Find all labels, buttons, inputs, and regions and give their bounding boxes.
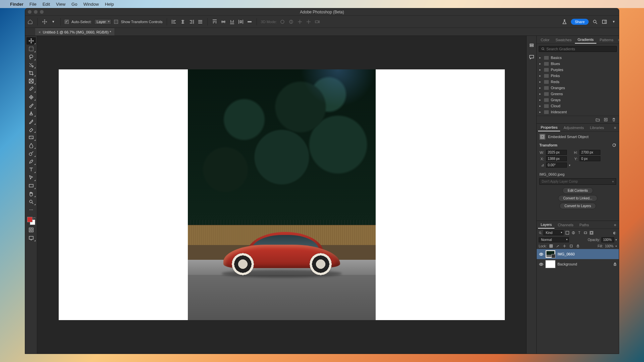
blur-tool[interactable]: [26, 142, 36, 149]
distribute-spacing-icon[interactable]: [238, 19, 244, 25]
gradient-tool[interactable]: [26, 134, 36, 141]
filter-shape-icon[interactable]: [583, 231, 588, 235]
move-tool-icon[interactable]: [42, 19, 48, 25]
align-horizontal-centers-icon[interactable]: [180, 19, 186, 25]
canvas-area[interactable]: [37, 36, 526, 354]
quick-mask-icon[interactable]: [26, 226, 36, 234]
gradient-folder[interactable]: ▸Purples: [537, 67, 619, 73]
search-icon[interactable]: [592, 19, 598, 25]
placed-image[interactable]: [188, 69, 376, 320]
tab-color[interactable]: Color: [538, 37, 552, 43]
lasso-tool[interactable]: [26, 53, 36, 61]
align-left-edges-icon[interactable]: [171, 19, 177, 25]
angle-dropdown-icon[interactable]: ▾: [569, 164, 571, 167]
menu-help[interactable]: Help: [105, 2, 114, 7]
panel-menu-icon[interactable]: ≡: [613, 223, 618, 227]
align-more-icon[interactable]: [197, 19, 203, 25]
transform-section-header[interactable]: Transform: [537, 142, 619, 148]
tab-patterns[interactable]: Patterns: [597, 37, 616, 43]
lock-artboard-icon[interactable]: [569, 244, 574, 248]
gradient-folder[interactable]: ▸Oranges: [537, 85, 619, 91]
auto-select-checkbox[interactable]: [65, 20, 69, 24]
new-gradient-icon[interactable]: [603, 117, 608, 122]
gradient-folder[interactable]: ▸Grays: [537, 97, 619, 103]
edit-toolbar-icon[interactable]: ⋯: [26, 206, 36, 214]
align-vertical-centers-icon[interactable]: [220, 19, 226, 25]
edit-contents-button[interactable]: Edit Contents: [562, 187, 593, 194]
collapsed-panel-icon[interactable]: [529, 43, 535, 49]
beaker-icon[interactable]: [561, 19, 568, 25]
delete-icon[interactable]: [611, 117, 616, 122]
foreground-color-swatch[interactable]: [27, 217, 33, 222]
move-tool[interactable]: [26, 37, 36, 45]
gradient-folder[interactable]: ▸Iridescent: [537, 109, 619, 115]
screen-mode-icon[interactable]: [26, 234, 36, 242]
lock-all-icon[interactable]: [576, 244, 580, 248]
align-top-edges-icon[interactable]: [212, 19, 218, 25]
zoom-tool[interactable]: [26, 198, 36, 205]
pen-tool[interactable]: [26, 158, 36, 165]
menu-view[interactable]: View: [56, 2, 65, 7]
active-app-name[interactable]: Finder: [10, 2, 23, 7]
visibility-eye-icon[interactable]: [539, 252, 543, 256]
document-tab[interactable]: × Untitled-1 @ 66.7% (IMG_0660, RGB/8) *: [35, 28, 114, 36]
angle-input[interactable]: [546, 163, 567, 168]
layer-comp-select[interactable]: Don't Apply Layer Comp ▾: [539, 178, 616, 185]
align-right-edges-icon[interactable]: [189, 19, 195, 25]
hand-tool[interactable]: [26, 190, 36, 197]
tab-channels[interactable]: Channels: [555, 222, 576, 228]
marquee-tool[interactable]: [26, 45, 36, 53]
show-transform-checkbox[interactable]: [114, 20, 118, 24]
lock-position-icon[interactable]: [562, 244, 567, 248]
lock-transparency-icon[interactable]: [549, 244, 553, 248]
rectangle-tool[interactable]: [26, 182, 36, 189]
menu-edit[interactable]: Edit: [43, 2, 50, 7]
foreground-background-colors[interactable]: ⤺: [26, 216, 36, 226]
convert-to-linked-button[interactable]: Convert to Linked...: [558, 195, 597, 201]
layer-name[interactable]: Background: [557, 262, 577, 266]
eyedropper-tool[interactable]: [26, 85, 36, 93]
tab-layers[interactable]: Layers: [538, 221, 554, 229]
frame-tool[interactable]: [26, 77, 36, 85]
quick-selection-tool[interactable]: [26, 61, 36, 69]
more-options-icon[interactable]: [247, 19, 253, 25]
close-tab-icon[interactable]: ×: [39, 30, 41, 34]
type-tool[interactable]: [26, 166, 36, 173]
filter-smartobject-icon[interactable]: [589, 231, 594, 235]
gradient-folder[interactable]: ▸Reds: [537, 79, 619, 85]
blend-mode-select[interactable]: Normal: [539, 237, 569, 242]
fill-dropdown-icon[interactable]: ▾: [615, 245, 617, 248]
layer-name[interactable]: IMG_0660: [557, 252, 575, 256]
panel-menu-icon[interactable]: ≡: [617, 38, 619, 42]
close-window-icon[interactable]: [28, 10, 32, 14]
gradient-search-input[interactable]: [546, 47, 614, 51]
minimize-window-icon[interactable]: [34, 10, 38, 14]
width-input[interactable]: [546, 150, 567, 155]
filter-type-icon[interactable]: T: [577, 231, 582, 235]
clone-stamp-tool[interactable]: [26, 110, 36, 117]
convert-to-layers-button[interactable]: Convert to Layers: [559, 203, 596, 209]
home-icon[interactable]: [27, 19, 33, 25]
align-bottom-edges-icon[interactable]: [229, 19, 235, 25]
tab-properties[interactable]: Properties: [538, 124, 560, 131]
locked-icon[interactable]: [613, 262, 617, 266]
path-selection-tool[interactable]: [26, 174, 36, 181]
gradient-folder[interactable]: ▸Basics: [537, 55, 619, 61]
eraser-tool[interactable]: [26, 126, 36, 133]
panel-menu-icon[interactable]: ≡: [613, 126, 618, 130]
crop-tool[interactable]: [26, 69, 36, 77]
y-input[interactable]: [580, 156, 600, 161]
visibility-eye-icon[interactable]: [539, 262, 543, 266]
filter-toggle-icon[interactable]: ◐: [612, 231, 617, 235]
layer-list[interactable]: IMG_0660 Background: [537, 249, 619, 354]
auto-select-target-select[interactable]: Layer: [94, 19, 112, 24]
gradient-folder[interactable]: ▸Pinks: [537, 73, 619, 79]
layer-thumbnail[interactable]: [545, 260, 555, 268]
history-brush-tool[interactable]: [26, 118, 36, 125]
fill-value[interactable]: 100%: [605, 244, 613, 248]
brush-tool[interactable]: [26, 102, 36, 109]
healing-brush-tool[interactable]: [26, 94, 36, 101]
tab-libraries[interactable]: Libraries: [587, 124, 607, 131]
filter-pixel-icon[interactable]: [565, 231, 570, 235]
gradient-folder[interactable]: ▸Blues: [537, 61, 619, 67]
